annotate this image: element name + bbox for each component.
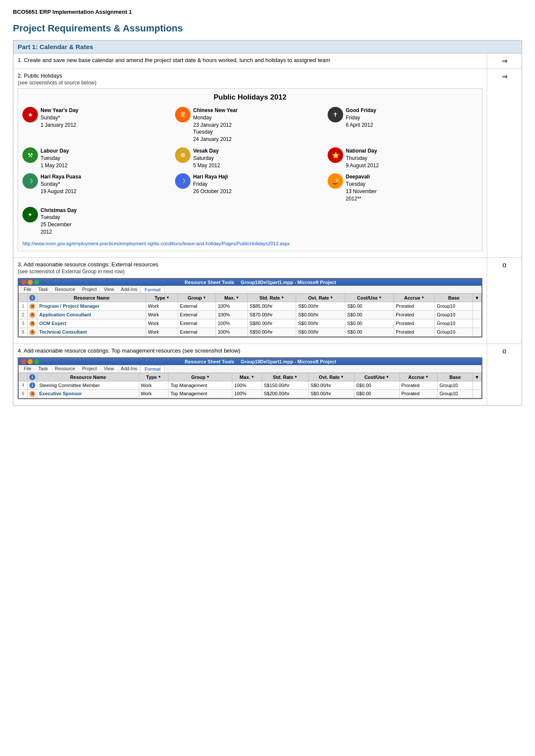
row-resource-name: Technical Consultant — [38, 328, 146, 336]
ribbon-tab-project[interactable]: Project — [78, 286, 100, 293]
holiday-icon-deepavali: 🪔 — [328, 173, 343, 189]
col-std-rate: Std. Rate ▼ — [247, 294, 296, 302]
section-2-row: 2. Public Holidays (see screenshots of s… — [13, 69, 522, 258]
ribbon-tab-addins[interactable]: Add-Ins — [117, 286, 141, 293]
row-base: Group10 — [435, 310, 473, 319]
top-maximize-btn-icon — [34, 359, 39, 364]
top-minimize-btn-icon — [28, 359, 33, 364]
holiday-item-haji: ☽ Hari Raya Haji Friday 26 October 2012 — [175, 173, 325, 202]
row-ovt-rate: S$0.00/hr — [296, 319, 345, 328]
holiday-icon-cny: 龙 — [175, 107, 191, 122]
resource-table-top-header: i Resource Name Type ▼ Group ▼ Max. ▼ — [19, 373, 482, 381]
row-icon-cell: ⚙ — [28, 310, 38, 319]
ribbon-tab-task[interactable]: Task — [35, 286, 52, 293]
row-ovt-rate: S$0.00/hr — [296, 328, 345, 336]
top-ribbon-tab-view[interactable]: View — [100, 365, 118, 372]
holiday-item-goodfriday: ✝ Good Friday Friday 6 April 2012 — [328, 107, 478, 143]
top-row-accrue: Prorated — [399, 381, 438, 389]
section-4-text: 4. Add reasonable resource costings: Top… — [18, 347, 482, 354]
row-group: External — [178, 328, 216, 336]
top-col-resource-name: Resource Name — [38, 373, 139, 381]
top-col-group: Group ▼ — [169, 373, 232, 381]
ribbon-tab-file[interactable]: File — [20, 286, 35, 293]
col-ovt-rate: Ovt. Rate ▼ — [296, 294, 345, 302]
section-1-right: ⇒ — [487, 53, 522, 69]
top-col-base: Base — [438, 373, 473, 381]
holiday-link[interactable]: http://www.mom.gov.sg/employment-practic… — [22, 241, 290, 246]
top-col-cost-use: Cost/Use ▼ — [354, 373, 400, 381]
ribbon-tab-view[interactable]: View — [100, 286, 118, 293]
row-ovt-rate: S$0.00/hr — [296, 310, 345, 319]
resource-table-top: i Resource Name Type ▼ Group ▼ Max. ▼ — [19, 373, 482, 398]
row-ovt-rate: S$0.00/hr — [296, 302, 345, 310]
top-row-icon-cell: i — [28, 381, 38, 389]
ribbon-tab-format[interactable]: Format — [141, 286, 164, 293]
maximize-btn-icon — [34, 280, 39, 285]
holiday-text-haji: Hari Raya Haji Friday 26 October 2012 — [193, 173, 232, 195]
row-type: Work — [146, 302, 178, 310]
col-extra: ▼ — [473, 294, 482, 302]
top-ribbon-tab-addins[interactable]: Add-Ins — [117, 365, 141, 372]
msproject-top-appbar-buttons — [21, 359, 39, 364]
top-ribbon-tab-task[interactable]: Task — [35, 365, 52, 372]
ribbon-tab-resource[interactable]: Resource — [51, 286, 78, 293]
row-icon-cell: ⚙ — [28, 328, 38, 336]
holidays-title: Public Holidays 2012 — [22, 93, 478, 102]
top-col-num — [19, 373, 28, 381]
section-2-sub: (see screenshots of source below) — [18, 79, 482, 86]
top-row-cost-use: S$0.00 — [354, 381, 400, 389]
row-base: Group10 — [435, 319, 473, 328]
top-row-end — [473, 389, 482, 398]
top-row-ovt-rate: S$0.00/hr — [309, 389, 354, 398]
section-2-right: ⇒ — [487, 69, 522, 257]
top-row-ovt-rate: S$0.00/hr — [309, 381, 354, 389]
info-icon: i — [29, 382, 35, 388]
holiday-text-christmas: Christmas Day Tuesday 25 December 2012 — [41, 207, 77, 236]
holiday-link-container: http://www.mom.gov.sg/employment-practic… — [22, 240, 478, 247]
row-cost-use: S$0.00 — [345, 310, 394, 319]
top-row-std-rate: S$200.00/hr — [262, 389, 309, 398]
msproject-external-title: Resource Sheet Tools Group10Del1part1.mp… — [42, 280, 479, 285]
row-group: External — [178, 319, 216, 328]
top-ribbon-tab-resource[interactable]: Resource — [51, 365, 78, 372]
col-num — [19, 294, 28, 302]
msproject-top-title: Resource Sheet Tools Group10Del1part1.mp… — [42, 359, 479, 364]
top-col-icon-info: i — [29, 374, 35, 380]
row-type: Work — [146, 310, 178, 319]
holiday-text-deepavali: Deepavali Tuesday 13 November 2012** — [346, 173, 377, 202]
row-cost-use: S$0.00 — [345, 328, 394, 336]
row-end — [473, 302, 482, 310]
part-header: Part 1: Calendar & Rates — [13, 41, 522, 53]
top-col-extra: ▼ — [473, 373, 482, 381]
section-3-right: o — [487, 258, 522, 344]
holiday-item-deepavali: 🪔 Deepavali Tuesday 13 November 2012** — [328, 173, 478, 202]
section-3-left: 3. Add reasonable resource costings: Ext… — [13, 258, 487, 344]
doc-title: BCO5651 ERP Implementation Assignment 1 — [13, 9, 522, 15]
section-3-row: 3. Add reasonable resource costings: Ext… — [13, 258, 522, 344]
top-ribbon-tab-file[interactable]: File — [20, 365, 35, 372]
row-accrue: Prorated — [394, 328, 435, 336]
row-end — [473, 328, 482, 336]
top-ribbon-tab-format[interactable]: Format — [141, 365, 164, 372]
top-row-group: Top Management — [169, 389, 232, 398]
section-2-arrow: ⇒ — [502, 72, 507, 81]
msproject-external-appbar-buttons — [21, 280, 39, 285]
row-cost-use: S$0.00 — [345, 302, 394, 310]
msproject-top: Resource Sheet Tools Group10Del1part1.mp… — [18, 357, 482, 399]
row-max: 100% — [216, 319, 247, 328]
section-1-arrow: ⇒ — [502, 57, 507, 65]
top-row-type: Work — [139, 381, 169, 389]
row-resource-name: OCM Expert — [38, 319, 146, 328]
resource-table-external-row: 1 ⚙ Program / Project Manager Work Exter… — [19, 302, 482, 310]
row-cost-use: S$0.00 — [345, 319, 394, 328]
top-col-accrue: Accrue ▼ — [399, 373, 438, 381]
holiday-item-national: ⭐ National Day Thursday 9 August 2012 — [328, 147, 478, 169]
section-3-indicator: o — [503, 261, 507, 269]
top-ribbon-tab-project[interactable]: Project — [78, 365, 100, 372]
resource-table-top-row: 6 ⚙ Executive Sponsor Work Top Managemen… — [19, 389, 482, 398]
top-close-btn-icon — [21, 359, 26, 364]
section-1-text: 1. Create and save new base calendar and… — [18, 57, 330, 63]
holidays-box: Public Holidays 2012 ★ New Year's Day Su… — [18, 88, 482, 251]
holiday-text-vesak: Vesak Day Saturday 5 May 2012 — [193, 147, 220, 169]
cog-icon: ⚙ — [29, 391, 35, 397]
